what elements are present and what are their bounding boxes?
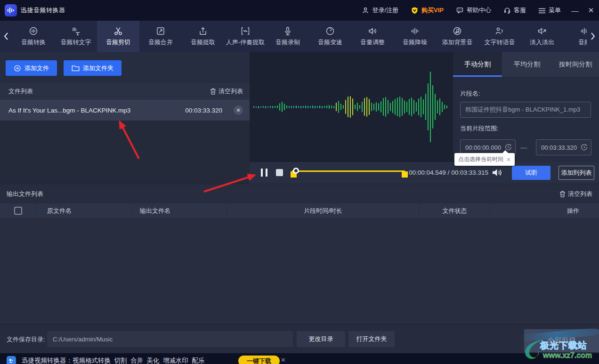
fade-icon xyxy=(537,26,547,36)
segment-name-input[interactable] xyxy=(460,102,591,118)
seek-range-track[interactable] xyxy=(292,170,405,172)
tooltip: 点击选择当前时间 ✕ xyxy=(454,153,515,166)
login-button[interactable]: 登录/注册 xyxy=(356,0,405,21)
clear-output-list-button[interactable]: 清空列表 xyxy=(559,190,592,198)
waveform-bar xyxy=(319,105,320,108)
chat-bubble-icon xyxy=(456,7,464,14)
tab-audio-cut[interactable]: 音频剪切 xyxy=(97,21,139,52)
tab-average-split[interactable]: 平均分割 xyxy=(502,52,552,77)
waveform-panel[interactable] xyxy=(250,52,453,162)
waveform-bar xyxy=(432,85,433,129)
buy-vip-button[interactable]: 购买VIP xyxy=(405,0,450,21)
stop-button[interactable] xyxy=(276,169,283,176)
app-title: 迅捷音频转换器 xyxy=(21,6,65,15)
waveform-bar xyxy=(298,106,299,108)
tab-audio-speed[interactable]: 音频变速 xyxy=(309,21,351,52)
waveform-bar xyxy=(442,102,443,112)
chevron-left-icon xyxy=(4,32,8,40)
waveform-bar xyxy=(357,103,358,111)
open-folder-button[interactable]: 打开文件夹 xyxy=(348,331,395,347)
tab-label: 音频提取 xyxy=(191,38,215,47)
help-center-button[interactable]: 帮助中心 xyxy=(450,0,497,21)
waveform-bar xyxy=(293,106,294,108)
save-path-input[interactable] xyxy=(47,331,293,347)
waveform-bar xyxy=(418,98,419,115)
merge-icon xyxy=(156,26,165,36)
microphone-icon xyxy=(283,26,292,36)
file-list-title: 文件列表 xyxy=(8,87,33,96)
segment-name-label: 片段名: xyxy=(460,89,480,98)
playhead-knob[interactable] xyxy=(293,168,299,174)
waveform-bar xyxy=(437,100,438,113)
tab-add-bgm[interactable]: 添加背景音 xyxy=(436,21,478,52)
waveform-bar xyxy=(430,72,431,142)
tab-label: 音量调整 xyxy=(360,38,385,47)
tab-time-split[interactable]: 按时间分割 xyxy=(552,52,599,77)
waveform-bar xyxy=(425,94,426,120)
waveform-bar xyxy=(373,104,374,110)
tab-label: 音频合并 xyxy=(148,38,173,47)
tab-audio-extract[interactable]: 音频提取 xyxy=(182,21,224,52)
output-table-body xyxy=(0,218,599,324)
add-file-button[interactable]: 添加文件 xyxy=(6,60,57,76)
waveform-bar xyxy=(317,106,318,108)
customer-service-button[interactable]: 客服 xyxy=(497,0,532,21)
tab-audio-denoise[interactable]: 音频降噪 xyxy=(394,21,436,52)
tab-audio-record[interactable]: 音频录制 xyxy=(267,21,309,52)
clock-restore-icon[interactable] xyxy=(580,143,588,151)
waveform-bar xyxy=(267,106,268,108)
file-list-header: 文件列表 清空列表 xyxy=(0,83,250,100)
person-icon xyxy=(362,7,369,14)
scroll-right-button[interactable] xyxy=(587,21,599,52)
range-end-handle[interactable] xyxy=(402,171,408,178)
file-row[interactable]: As If It's Your Las...bgm - BLACKPINK.mp… xyxy=(0,100,250,121)
waveform-bar xyxy=(406,102,407,112)
waveform xyxy=(253,52,447,162)
waveform-bar xyxy=(413,100,414,114)
waveform-bar xyxy=(272,106,273,108)
waveform-bar xyxy=(402,98,403,116)
waveform-bar xyxy=(378,103,379,111)
plus-circle-icon xyxy=(14,65,21,72)
tab-volume-adjust[interactable]: 音量调整 xyxy=(351,21,394,52)
change-dir-button[interactable]: 更改目录 xyxy=(297,331,345,347)
volume-icon[interactable] xyxy=(492,168,502,178)
remove-file-button[interactable]: ✕ xyxy=(234,105,243,115)
select-all-checkbox[interactable] xyxy=(14,207,22,215)
scroll-left-button[interactable] xyxy=(0,21,12,52)
waveform-bar xyxy=(388,100,389,114)
range-dash: — xyxy=(520,144,527,151)
tab-fade-in-out[interactable]: 淡入淡出 xyxy=(521,21,563,52)
clear-file-list-button[interactable]: 清空列表 xyxy=(210,87,243,96)
waveform-bar xyxy=(383,98,384,116)
promo-download-button[interactable]: 一键下载 xyxy=(238,356,280,364)
waveform-bar xyxy=(289,106,290,108)
waveform-bar xyxy=(345,100,346,114)
menu-button[interactable]: 菜单 xyxy=(532,0,567,21)
tab-text-to-speech[interactable]: 文字转语音 xyxy=(478,21,521,52)
promo-close-icon[interactable]: ✕ xyxy=(281,356,286,364)
minimize-button[interactable]: — xyxy=(567,0,583,21)
listen-button[interactable]: 试听 xyxy=(512,166,550,180)
app-window: 迅捷音频转换器 登录/注册 购买VIP 帮助中心 客服 菜单 — xyxy=(0,0,599,364)
cut-all-button[interactable]: 全部剪切 xyxy=(524,329,599,352)
waveform-bar xyxy=(256,106,257,108)
add-folder-button[interactable]: 添加文件夹 xyxy=(64,60,121,76)
tooltip-close-icon[interactable]: ✕ xyxy=(506,156,511,163)
waveform-bar xyxy=(286,105,287,108)
close-button[interactable]: ✕ xyxy=(583,0,599,21)
tab-audio-convert[interactable]: 音频转换 xyxy=(12,21,55,52)
feature-tabbar: 音频转换音频转文字音频剪切音频合并音频提取人声-伴奏提取音频录制音频变速音量调整… xyxy=(0,21,599,52)
tab-audio-merge[interactable]: 音频合并 xyxy=(139,21,182,52)
tab-vocal-extract[interactable]: 人声-伴奏提取 xyxy=(224,21,267,52)
tab-label: 人声-伴奏提取 xyxy=(226,38,265,47)
tab-audio-to-text[interactable]: 音频转文字 xyxy=(55,21,97,52)
add-to-list-button[interactable]: 添加到列表 xyxy=(559,166,594,180)
output-table-header: 原文件名 输出文件名 片段时间/时长 文件状态 操作 xyxy=(0,203,599,218)
window-titlebar: 迅捷音频转换器 登录/注册 购买VIP 帮助中心 客服 菜单 — xyxy=(0,0,599,21)
waveform-bar xyxy=(371,103,372,111)
headset-icon xyxy=(503,7,511,14)
save-dir-label: 文件保存目录: xyxy=(7,335,45,344)
pause-button[interactable] xyxy=(261,169,270,177)
tab-manual-split[interactable]: 手动分割 xyxy=(453,52,502,77)
